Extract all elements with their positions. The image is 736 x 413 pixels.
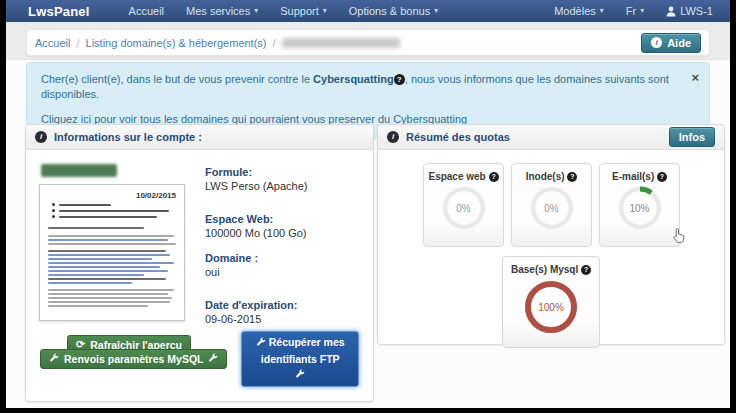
account-actions: Renvois paramètres MySQL Récupérer mes i…: [26, 331, 373, 387]
chevron-down-icon: ▾: [254, 7, 258, 15]
chevron-down-icon: ▾: [323, 7, 327, 15]
field-espace-web: Espace Web: 100000 Mo (100 Go): [205, 213, 363, 239]
quota-card-inodes: Inode(s) ? 0%: [511, 163, 592, 247]
quotas-panel-title: Résumé des quotas: [406, 131, 510, 143]
info-icon: i: [387, 131, 399, 143]
quotas-row: Espace web ? 0% Inode(s) ?: [423, 163, 724, 247]
wrench-icon: [208, 353, 218, 365]
wrench-icon: [49, 353, 59, 365]
nav-user-account[interactable]: LWS-1: [655, 5, 724, 17]
alert-text: Cher(e) client(e), dans le but de vous p…: [41, 73, 669, 100]
breadcrumb-home-link[interactable]: Accueil: [35, 37, 70, 49]
nav-modeles[interactable]: Modèles ▾: [543, 5, 615, 17]
user-icon: [666, 6, 676, 17]
wrench-icon: [295, 368, 305, 384]
ftp-credentials-button[interactable]: Récupérer mes identifiants FTP: [241, 331, 359, 387]
quota-gauge: 0%: [529, 185, 575, 231]
top-navbar: LwsPanel Accueil Mes services ▾ Support …: [6, 0, 730, 23]
quota-card-emails: E-mail(s) ? 10%: [599, 163, 680, 247]
app-window: LwsPanel Accueil Mes services ▾ Support …: [6, 0, 730, 408]
breadcrumb-separator: /: [76, 37, 79, 49]
wrench-icon: [256, 336, 266, 352]
navbar-right: Modèles ▾ Fr ▾ LWS-1: [543, 5, 724, 17]
quotas-panel-header: i Résumé des quotas Infos: [378, 125, 724, 150]
account-preview-column: 10/02/2015: [39, 164, 199, 355]
account-fields: Formule: LWS Perso (Apache) Espace Web: …: [205, 164, 363, 355]
field-formule: Formule: LWS Perso (Apache): [205, 166, 363, 192]
nav-support[interactable]: Support ▾: [269, 5, 338, 17]
quota-card-espace-web: Espace web ? 0%: [423, 163, 504, 247]
help-icon[interactable]: ?: [581, 265, 591, 275]
nav-mes-services[interactable]: Mes services ▾: [175, 5, 269, 17]
nav-accueil[interactable]: Accueil: [118, 5, 175, 17]
help-icon[interactable]: ?: [489, 172, 499, 182]
breadcrumb-separator: /: [273, 37, 276, 49]
field-domaine: Domaine : oui: [205, 252, 363, 278]
hosting-letter-preview[interactable]: 10/02/2015: [39, 184, 185, 321]
help-icon[interactable]: ?: [657, 172, 667, 182]
account-panel-header: i Informations sur le compte :: [26, 125, 373, 150]
breadcrumb-listing-link[interactable]: Listing domaine(s) & hébergement(s): [86, 37, 267, 49]
breadcrumb-domain-redacted: [282, 38, 400, 48]
quota-gauge: 0%: [441, 185, 487, 231]
quotas-panel: i Résumé des quotas Infos Espace web ? 0…: [377, 124, 725, 345]
breadcrumb: Accueil / Listing domaine(s) & hébergeme…: [26, 29, 710, 56]
account-info-panel: i Informations sur le compte : 10/02/201…: [25, 124, 374, 402]
quota-gauge: 100%: [522, 278, 580, 336]
nav-language[interactable]: Fr ▾: [615, 5, 655, 17]
nav-options-bonus[interactable]: Options & bonus ▾: [338, 5, 449, 17]
infos-button[interactable]: Infos: [669, 127, 715, 147]
alert-highlight: Cybersquatting: [313, 73, 394, 85]
quota-gauge: 10%: [617, 185, 663, 231]
info-icon: i: [35, 131, 47, 143]
chevron-down-icon: ▾: [600, 7, 604, 15]
brand-logo[interactable]: LwsPanel: [28, 4, 90, 19]
domain-name-redacted: [41, 164, 117, 177]
aide-button[interactable]: i Aide: [641, 33, 701, 53]
chevron-down-icon: ▾: [640, 7, 644, 15]
help-icon[interactable]: ?: [567, 172, 577, 182]
chevron-down-icon: ▾: [434, 7, 438, 15]
quota-card-mysql: Base(s) Mysql ? 100%: [502, 256, 600, 348]
close-icon[interactable]: ×: [691, 71, 699, 84]
preview-date: 10/02/2015: [46, 191, 176, 200]
help-icon[interactable]: ?: [394, 74, 405, 85]
account-panel-title: Informations sur le compte :: [54, 131, 202, 143]
account-panel-body: 10/02/2015: [26, 150, 373, 355]
quotas-body: Espace web ? 0% Inode(s) ?: [378, 150, 724, 348]
mysql-params-button[interactable]: Renvois paramètres MySQL: [40, 349, 227, 369]
field-date-expiration: Date d'expiration: 09-06-2015: [205, 299, 363, 325]
info-icon: i: [651, 37, 662, 48]
